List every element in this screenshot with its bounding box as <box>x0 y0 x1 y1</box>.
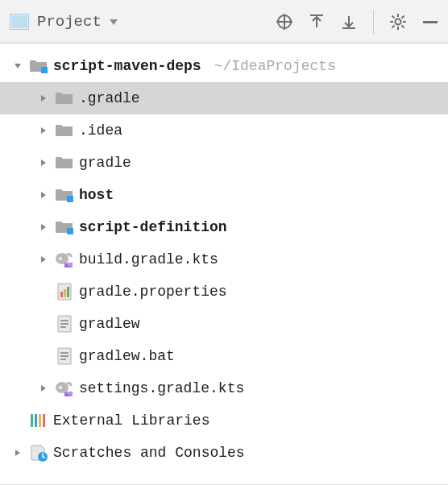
node-path: ~/IdeaProjects <box>214 58 336 74</box>
tree-node-root[interactable]: script-maven-deps ~/IdeaProjects <box>0 50 448 82</box>
separator <box>373 10 374 34</box>
node-label: Scratches and Consoles <box>53 445 245 461</box>
view-mode-chevron-icon[interactable] <box>108 16 119 27</box>
chevron-right-icon[interactable] <box>37 158 50 168</box>
svg-line-29 <box>402 25 404 27</box>
tree-node-file[interactable]: · gradle.properties <box>0 276 448 308</box>
tree-node-file[interactable]: build.gradle.kts <box>0 243 448 276</box>
tree-node-folder[interactable]: .idea <box>0 114 448 147</box>
node-label: build.gradle.kts <box>79 251 218 267</box>
chevron-right-icon[interactable] <box>37 255 50 264</box>
collapse-all-icon[interactable] <box>338 10 360 33</box>
svg-point-23 <box>396 19 401 24</box>
svg-rect-32 <box>423 21 438 23</box>
select-opened-file-icon[interactable] <box>273 10 296 33</box>
svg-line-30 <box>392 25 395 27</box>
library-icon <box>29 411 48 430</box>
svg-line-31 <box>402 15 404 18</box>
tree-node-external-libraries[interactable]: · External Libraries <box>0 404 448 437</box>
text-file-icon <box>55 314 74 334</box>
tree-node-folder[interactable]: gradle <box>0 147 448 179</box>
module-folder-icon <box>29 56 48 76</box>
folder-icon <box>55 121 74 140</box>
gradle-kotlin-icon <box>55 250 74 269</box>
tree-node-module[interactable]: script-definition <box>0 211 448 243</box>
chevron-right-icon[interactable] <box>11 448 24 458</box>
module-folder-icon <box>55 218 74 237</box>
header-title[interactable]: Project <box>37 13 102 31</box>
node-label: .gradle <box>79 90 140 106</box>
tree-node-file[interactable]: · gradlew.bat <box>0 340 448 372</box>
node-label: .idea <box>79 122 122 139</box>
folder-icon <box>55 89 74 108</box>
text-file-icon <box>55 346 74 366</box>
node-label: gradle <box>79 155 131 171</box>
node-label: External Libraries <box>53 412 209 429</box>
chevron-right-icon[interactable] <box>37 93 50 103</box>
hide-icon[interactable] <box>419 10 442 33</box>
tool-window-header: Project <box>0 0 448 44</box>
expand-all-icon[interactable] <box>305 10 328 33</box>
gradle-kotlin-icon <box>55 379 74 398</box>
tree-node-module[interactable]: host <box>0 179 448 211</box>
node-label: gradle.properties <box>79 284 227 300</box>
tree-node-folder[interactable]: .gradle <box>0 82 448 114</box>
tree-node-scratches[interactable]: Scratches and Consoles <box>0 437 448 469</box>
settings-icon[interactable] <box>387 10 409 33</box>
chevron-right-icon[interactable] <box>37 222 50 232</box>
node-label: host <box>79 187 114 203</box>
properties-icon <box>55 282 74 301</box>
project-tree[interactable]: script-maven-deps ~/IdeaProjects .gradle… <box>0 44 448 469</box>
chevron-right-icon[interactable] <box>37 190 50 200</box>
tree-node-file[interactable]: · gradlew <box>0 308 448 340</box>
chevron-right-icon[interactable] <box>37 383 50 393</box>
chevron-down-icon[interactable] <box>11 61 24 71</box>
node-label: script-definition <box>79 219 227 235</box>
scratches-icon <box>29 443 48 462</box>
node-label: script-maven-deps <box>53 58 201 74</box>
node-label: gradlew.bat <box>79 348 175 364</box>
svg-line-28 <box>392 15 395 18</box>
chevron-right-icon[interactable] <box>37 126 50 135</box>
node-label: settings.gradle.kts <box>79 380 244 396</box>
tree-node-file[interactable]: settings.gradle.kts <box>0 372 448 404</box>
project-tool-icon <box>8 10 31 33</box>
module-folder-icon <box>55 185 74 205</box>
node-label: gradlew <box>79 316 140 332</box>
folder-icon <box>55 153 74 172</box>
